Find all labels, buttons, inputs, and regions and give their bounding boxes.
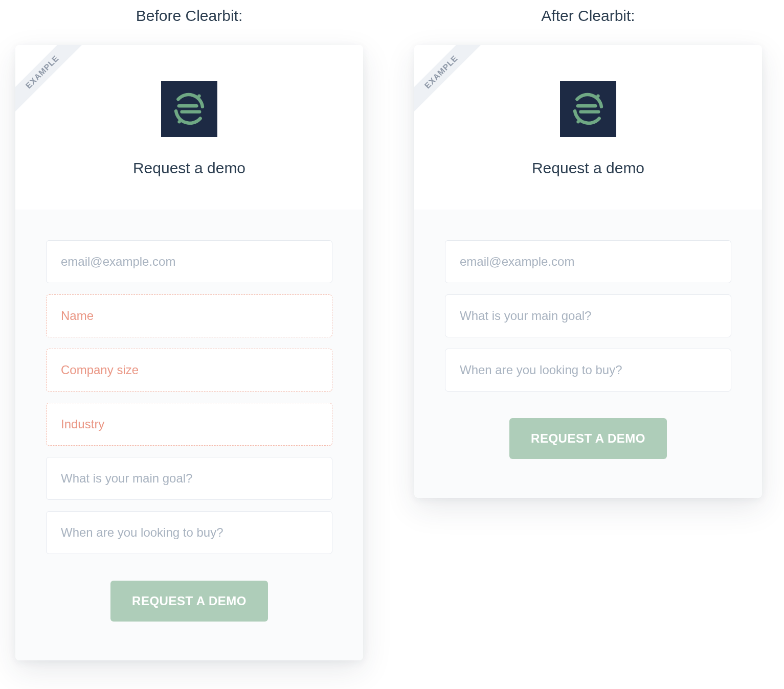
svg-point-6: [596, 95, 599, 98]
main-goal-field[interactable]: [445, 294, 731, 337]
email-field[interactable]: [46, 240, 332, 283]
after-card: EXAMPLE Request a demo: [414, 45, 762, 498]
before-form: REQUEST A DEMO: [15, 210, 363, 660]
before-card: EXAMPLE Request a demo: [15, 45, 363, 660]
after-form: REQUEST A DEMO: [414, 210, 762, 498]
submit-wrap: REQUEST A DEMO: [445, 418, 731, 459]
before-column: Before Clearbit: EXAMPLE: [15, 0, 363, 660]
svg-point-2: [197, 95, 200, 98]
buy-timeline-field[interactable]: [46, 511, 332, 554]
segment-logo-svg: [570, 90, 607, 127]
segment-logo-icon: [161, 81, 217, 137]
company-size-field[interactable]: [46, 349, 332, 392]
email-field[interactable]: [445, 240, 731, 283]
segment-logo-icon: [560, 81, 616, 137]
name-field[interactable]: [46, 294, 332, 337]
comparison-container: Before Clearbit: EXAMPLE: [0, 0, 784, 660]
svg-point-3: [177, 120, 181, 123]
segment-logo-svg: [171, 90, 208, 127]
submit-wrap: REQUEST A DEMO: [46, 581, 332, 622]
form-heading: Request a demo: [26, 159, 353, 177]
buy-timeline-field[interactable]: [445, 349, 731, 392]
form-heading: Request a demo: [424, 159, 752, 177]
card-header: Request a demo: [414, 45, 762, 210]
industry-field[interactable]: [46, 403, 332, 446]
main-goal-field[interactable]: [46, 457, 332, 500]
before-title: Before Clearbit:: [136, 7, 242, 25]
svg-point-7: [576, 120, 579, 123]
after-title: After Clearbit:: [541, 7, 635, 25]
after-column: After Clearbit: EXAMPLE: [414, 0, 762, 660]
card-header: Request a demo: [15, 45, 363, 210]
request-demo-button[interactable]: REQUEST A DEMO: [110, 581, 268, 622]
request-demo-button[interactable]: REQUEST A DEMO: [509, 418, 667, 459]
